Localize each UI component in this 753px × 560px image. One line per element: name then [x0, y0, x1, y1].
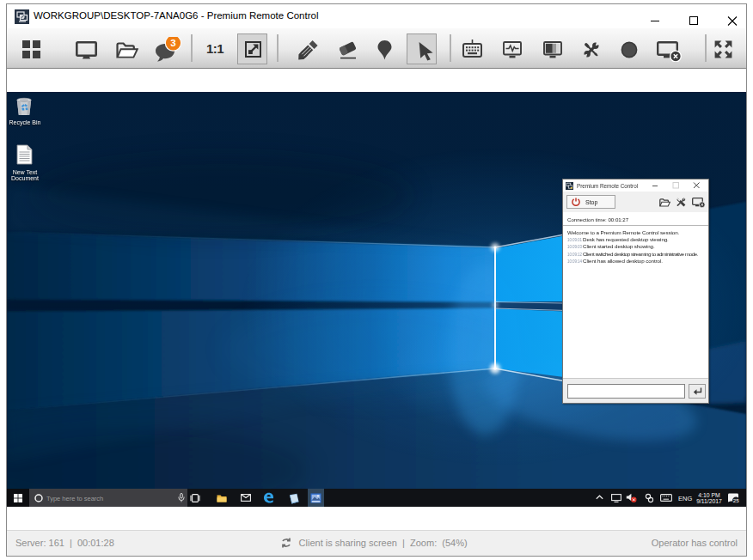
svg-text:25: 25	[733, 496, 739, 502]
svg-text:3: 3	[170, 38, 175, 48]
